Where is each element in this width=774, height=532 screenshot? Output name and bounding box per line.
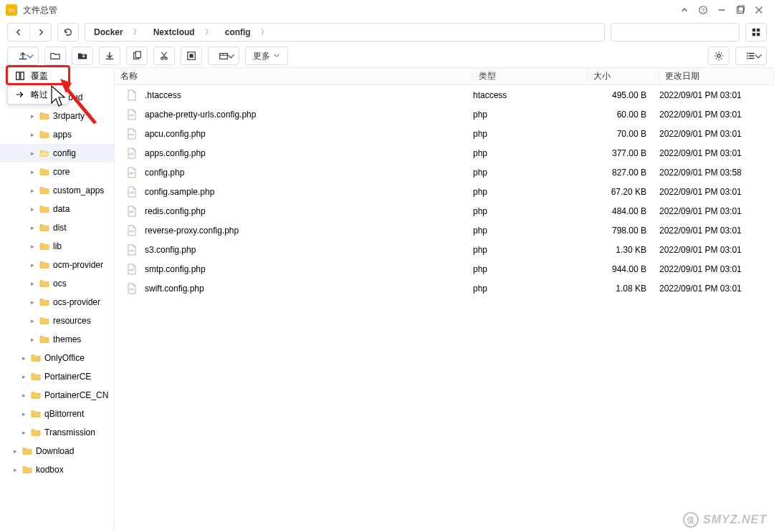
minimize-button[interactable] <box>712 3 731 17</box>
file-row[interactable]: config.sample.phpphp67.20 KB2022/09/01 P… <box>115 182 774 201</box>
close-button[interactable] <box>750 3 768 17</box>
tree-twisty-icon[interactable]: ▸ <box>20 410 27 417</box>
forward-button[interactable] <box>29 24 51 41</box>
download-button[interactable] <box>99 47 120 65</box>
file-size: 798.00 B <box>588 226 659 236</box>
tree-node[interactable]: ▸apps <box>0 125 114 144</box>
tree-node[interactable]: ▸core <box>0 163 114 181</box>
tree-twisty-icon[interactable]: ▸ <box>29 168 36 175</box>
copy-button[interactable] <box>126 47 148 65</box>
file-icon <box>126 128 138 140</box>
tree-twisty-icon[interactable]: ▸ <box>20 354 27 362</box>
tree-node[interactable]: ▸themes <box>0 330 114 349</box>
tree-twisty-icon[interactable]: ▸ <box>29 261 36 269</box>
tree-twisty-icon[interactable]: ▸ <box>29 224 36 231</box>
more-button[interactable]: 更多 <box>245 47 288 65</box>
tree-node[interactable]: ▸PortainerCE <box>0 367 114 386</box>
column-size[interactable]: 大小 <box>588 68 659 84</box>
collapse-button[interactable] <box>675 3 694 17</box>
column-name[interactable]: 名称 <box>115 68 473 84</box>
tree-twisty-icon[interactable]: ▸ <box>29 317 36 324</box>
tree-label: data <box>53 204 70 214</box>
file-row[interactable]: smtp.config.phpphp944.00 B2022/09/01 PM … <box>115 259 774 279</box>
search-input[interactable] <box>611 23 740 42</box>
upload-skip-item[interactable]: 略过 <box>8 85 68 104</box>
tree-node[interactable]: ▸resources <box>0 311 114 330</box>
folder-tree[interactable]: ▾Docker▾Nextcloud▸3rdparty▸apps▸config▸c… <box>0 68 115 529</box>
settings-button[interactable] <box>708 47 730 65</box>
file-row[interactable]: redis.config.phpphp484.00 B2022/09/01 PM… <box>115 201 774 221</box>
file-icon <box>126 167 138 178</box>
tree-twisty-icon[interactable]: ▸ <box>11 466 19 473</box>
window-title: 文件总管 <box>23 4 57 16</box>
tree-node[interactable]: ▸config <box>0 144 114 163</box>
tree-node[interactable]: ▸Transmission <box>0 423 114 442</box>
cut-button[interactable] <box>153 47 175 65</box>
tree-label: qBittorrent <box>44 409 84 419</box>
tree-twisty-icon[interactable]: ▸ <box>20 373 27 380</box>
file-row[interactable]: .htaccesshtaccess495.00 B2022/09/01 PM 0… <box>115 85 774 105</box>
tree-node[interactable]: ▸data <box>0 200 114 218</box>
tree-twisty-icon[interactable]: ▸ <box>29 112 36 120</box>
column-type[interactable]: 类型 <box>473 68 588 84</box>
watermark-logo-icon: 值 <box>683 512 699 528</box>
file-row[interactable]: apps.config.phpphp377.00 B2022/09/01 PM … <box>115 143 774 163</box>
tree-node[interactable]: ▸Download <box>0 442 114 460</box>
new-folder-button[interactable] <box>44 47 66 65</box>
file-row[interactable]: s3.config.phpphp1.30 KB2022/09/01 PM 03:… <box>115 240 774 259</box>
folder-icon <box>39 167 50 177</box>
tree-twisty-icon[interactable]: ▸ <box>29 243 36 250</box>
tree-node[interactable]: ▸ocs-provider <box>0 293 114 311</box>
tree-node[interactable]: ▸kodbox <box>0 460 114 479</box>
help-button[interactable] <box>694 3 712 17</box>
folder-icon <box>39 204 50 214</box>
tree-label: ocm-provider <box>53 260 103 270</box>
tree-twisty-icon[interactable]: ▸ <box>29 336 36 343</box>
tree-twisty-icon[interactable]: ▸ <box>29 280 36 287</box>
tree-node[interactable]: ▸OnlyOffice <box>0 349 114 367</box>
file-date: 2022/09/01 PM 03:01 <box>659 206 774 216</box>
breadcrumb[interactable]: Docker〉 Nextcloud〉 config〉 <box>85 23 605 42</box>
file-row[interactable]: swift.config.phpphp1.08 KB2022/09/01 PM … <box>115 279 774 298</box>
tree-node[interactable]: ▸lib <box>0 237 114 256</box>
archive-button[interactable] <box>208 47 239 65</box>
upload-button[interactable] <box>7 47 39 65</box>
tree-twisty-icon[interactable]: ▸ <box>29 131 36 138</box>
file-row[interactable]: reverse-proxy.config.phpphp798.00 B2022/… <box>115 221 774 240</box>
folder-icon <box>39 334 50 344</box>
tree-node[interactable]: ▸ocm-provider <box>0 256 114 274</box>
tree-twisty-icon[interactable]: ▸ <box>20 429 27 436</box>
back-button[interactable] <box>8 24 29 41</box>
view-grid-button[interactable] <box>745 23 767 42</box>
tree-label: Download <box>36 446 74 456</box>
tree-twisty-icon[interactable]: ▸ <box>29 150 36 157</box>
file-date: 2022/09/01 PM 03:01 <box>659 245 774 255</box>
tree-twisty-icon[interactable]: ▸ <box>29 205 36 213</box>
tree-twisty-icon[interactable]: ▸ <box>20 392 27 399</box>
chevron-down-icon <box>273 52 280 59</box>
tree-twisty-icon[interactable]: ▸ <box>29 299 36 306</box>
file-row[interactable]: config.phpphp827.00 B2022/09/01 PM 03:58 <box>115 163 774 182</box>
tree-node[interactable]: ▸dist <box>0 218 114 237</box>
new-folder-plus-button[interactable] <box>72 47 93 65</box>
column-date[interactable]: 更改日期 <box>659 68 774 84</box>
tree-node[interactable]: ▸3rdparty <box>0 107 114 125</box>
maximize-button[interactable] <box>731 3 750 17</box>
folder-icon <box>39 185 50 195</box>
upload-overwrite-item[interactable]: 覆盖 <box>8 67 68 85</box>
refresh-button[interactable] <box>57 23 79 42</box>
tree-node[interactable]: ▸ocs <box>0 274 114 293</box>
tree-node[interactable]: ▸PortainerCE_CN <box>0 386 114 405</box>
file-name: reverse-proxy.config.php <box>145 226 239 236</box>
file-row[interactable]: apache-pretty-urls.config.phpphp60.00 B2… <box>115 105 774 124</box>
tree-node[interactable]: ▸custom_apps <box>0 181 114 200</box>
main: ▾Docker▾Nextcloud▸3rdparty▸apps▸config▸c… <box>0 67 774 529</box>
tree-twisty-icon[interactable]: ▸ <box>29 187 36 194</box>
file-list-header: 名称 类型 大小 更改日期 <box>115 68 774 85</box>
tree-twisty-icon[interactable]: ▸ <box>11 448 19 455</box>
view-mode-button[interactable] <box>735 47 767 65</box>
chevron-down-icon <box>753 52 763 62</box>
file-row[interactable]: apcu.config.phpphp70.00 B2022/09/01 PM 0… <box>115 124 774 143</box>
tree-node[interactable]: ▸qBittorrent <box>0 405 114 423</box>
select-all-button[interactable] <box>181 47 202 65</box>
